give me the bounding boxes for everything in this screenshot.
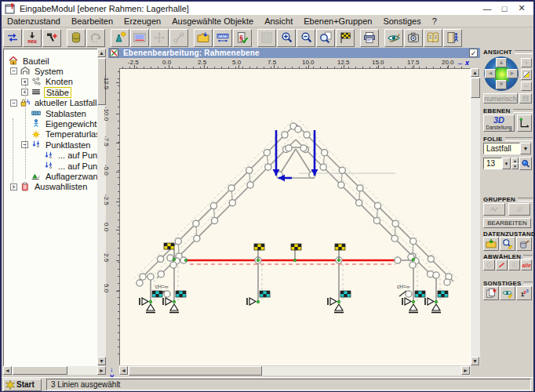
ansicht-auge-button[interactable] <box>384 29 403 47</box>
node-circle[interactable] <box>229 200 235 206</box>
layer-number-select[interactable]: 13 <box>483 158 502 169</box>
node-circle[interactable] <box>147 274 154 280</box>
layer-type-select[interactable]: Lastfall <box>483 143 520 154</box>
drucken-button[interactable] <box>360 29 379 47</box>
node-circle[interactable] <box>406 291 412 297</box>
new-object-button[interactable] <box>483 286 499 300</box>
deselect-all-button[interactable]: alle <box>521 260 532 270</box>
inspect-state-button[interactable] <box>500 237 515 251</box>
support-flag-cyan[interactable] <box>340 291 351 297</box>
node-circle[interactable] <box>246 167 253 173</box>
truss-drawing[interactable]: cH=∞cH=∞ <box>120 69 470 365</box>
node-circle[interactable] <box>339 167 345 173</box>
menu-item-ansicht[interactable]: Ansicht <box>259 16 298 26</box>
node-circle[interactable] <box>194 235 200 241</box>
datenbank-button[interactable] <box>67 29 86 47</box>
view-left-button[interactable]: ◄ <box>485 69 496 78</box>
layer-number-dropdown-button[interactable]: ▼ <box>502 158 511 169</box>
node-circle[interactable] <box>428 256 434 262</box>
canvas-vertical-scrollbar[interactable]: ▲ ▼ <box>471 68 480 365</box>
close-button[interactable]: ✕ <box>513 2 530 14</box>
numbering-button[interactable]: 123 <box>516 286 532 300</box>
node-circle[interactable] <box>338 182 344 188</box>
node-circle[interactable] <box>247 182 253 188</box>
menu-item-ebenen-gruppen[interactable]: Ebenen+Gruppen <box>298 16 377 26</box>
point-load-arrow[interactable] <box>273 130 280 176</box>
tree-item--auf-punkt[interactable]: ... auf Punkt <box>34 151 98 161</box>
tree-item-auswahllisten[interactable]: +Auswahllisten <box>10 182 89 192</box>
tree-vertical-scrollbar[interactable]: ▲ ▼ <box>97 49 106 365</box>
3d-darstellung-button[interactable]: 3DDarstellung <box>483 114 515 132</box>
view-rotate-pad[interactable]: ▲▼◄► <box>484 56 519 91</box>
support-flag-cyan[interactable] <box>176 291 186 297</box>
menu-item--[interactable]: ? <box>427 16 442 26</box>
node-circle[interactable] <box>410 238 417 245</box>
beenden-button[interactable] <box>443 29 462 47</box>
tree-item-temperaturlaste[interactable]: Temperaturlaste <box>21 129 98 140</box>
node-circle[interactable] <box>304 132 310 138</box>
zoom-seite-button[interactable] <box>316 29 335 47</box>
node-circle[interactable] <box>286 145 292 151</box>
support-flag-cyan[interactable] <box>152 291 162 297</box>
lampe-button[interactable] <box>111 29 129 47</box>
kamera-button[interactable] <box>404 29 423 47</box>
neu-button[interactable]: neu <box>23 29 42 47</box>
stablasten-button[interactable] <box>130 29 149 47</box>
node-circle[interactable] <box>140 274 146 280</box>
folie-ordner-button[interactable] <box>194 29 213 47</box>
node-circle[interactable] <box>409 262 416 268</box>
canvas-horizontal-scrollbar[interactable]: ◄ ► <box>119 366 471 376</box>
node-circle[interactable] <box>164 291 170 297</box>
plane-visible-checkbox[interactable]: ✓ <box>469 49 478 57</box>
tree-item-system[interactable]: −System <box>10 66 65 76</box>
layer-search-button[interactable] <box>519 157 532 170</box>
node-circle[interactable] <box>211 217 217 223</box>
node-circle[interactable] <box>175 238 181 245</box>
node-circle[interactable] <box>295 126 301 132</box>
tree-item--auf-punkt[interactable]: ... auf Punkt <box>34 161 98 171</box>
contrast-button[interactable] <box>521 69 532 80</box>
tree-expander[interactable]: − <box>10 67 17 74</box>
layer-spin-down-button[interactable]: ▼ <box>511 163 519 169</box>
tree-item-stäbe[interactable]: +Stäbe <box>21 87 71 97</box>
model-tree[interactable]: Bauteil−System+Knoten+Stäbe−aktueller La… <box>3 49 98 367</box>
tree-horizontal-scrollbar[interactable]: ◄ ► <box>3 366 106 375</box>
load-state-button[interactable] <box>483 237 499 251</box>
tree-expander[interactable]: − <box>10 100 17 107</box>
tree-item-bauteil[interactable]: Bauteil <box>8 56 51 66</box>
node-circle[interactable] <box>391 235 398 241</box>
node-circle[interactable] <box>444 279 450 285</box>
menu-item-bearbeiten[interactable]: Bearbeiten <box>66 16 118 26</box>
menu-item-datenzustand[interactable]: Datenzustand <box>2 16 66 26</box>
bemassung-button[interactable] <box>213 29 232 47</box>
pruefbuch-button[interactable]: § <box>233 29 252 47</box>
node-circle[interactable] <box>357 185 363 191</box>
tree-item-aktueller-lastfall[interactable]: −aktueller Lastfall <box>10 98 98 108</box>
tree-item-auflagerzwangs[interactable]: Auflagerzwangs <box>21 171 98 181</box>
node-circle[interactable] <box>374 202 380 209</box>
node-circle[interactable] <box>228 185 235 191</box>
plane-axis-button[interactable] <box>517 114 532 132</box>
support-symbol[interactable] <box>328 298 344 313</box>
zoom-out-button[interactable] <box>297 29 315 47</box>
node-circle[interactable] <box>167 255 173 261</box>
node-circle[interactable] <box>373 217 380 223</box>
drawing-area[interactable]: cH=∞cH=∞ <box>119 68 471 365</box>
tree-item-knoten[interactable]: +Knoten <box>21 77 75 87</box>
node-circle[interactable] <box>170 262 177 268</box>
node-circle[interactable] <box>193 220 199 227</box>
handbuch-button[interactable] <box>424 29 442 47</box>
node-circle[interactable] <box>158 271 164 278</box>
node-circle[interactable] <box>356 200 362 206</box>
node-circle[interactable] <box>392 220 399 227</box>
node-circle[interactable] <box>265 164 271 170</box>
support-symbol[interactable] <box>402 298 418 313</box>
clear-state-button[interactable] <box>516 237 532 251</box>
maximize-button[interactable]: □ <box>496 2 513 14</box>
bearbeiten-button[interactable]: BEARBEITEN <box>483 218 531 228</box>
layer-type-dropdown-button[interactable]: ▼ <box>520 143 531 154</box>
deselect-lines-button[interactable] <box>496 260 508 270</box>
support-symbol[interactable] <box>140 298 155 313</box>
node-circle[interactable] <box>210 202 217 209</box>
node-circle[interactable] <box>395 257 401 263</box>
